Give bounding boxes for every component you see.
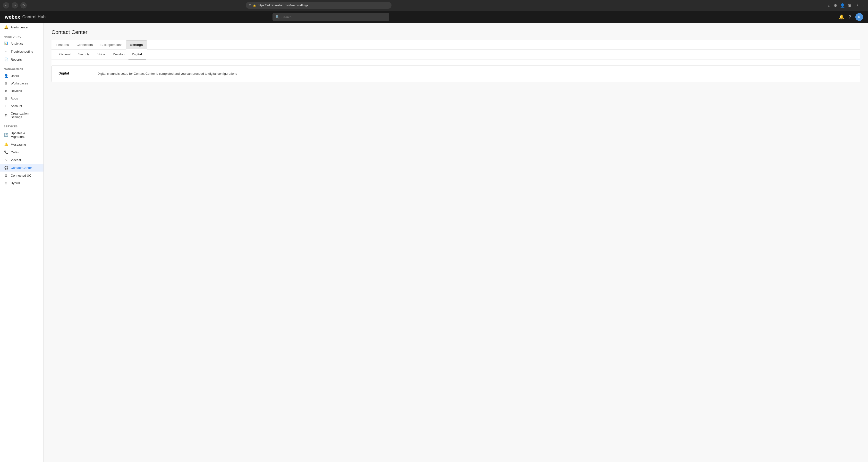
forward-button[interactable]: → (12, 2, 18, 8)
apps-icon: ⊞ (4, 97, 8, 100)
extensions-icon[interactable]: ⚙ (834, 3, 837, 8)
lock-icon: 🔒 (253, 4, 256, 7)
sidebar-label-vidcast: Vidcast (11, 158, 21, 162)
app-header: webex Control Hub 🔍 🔔 ? P (0, 11, 868, 23)
settings-tab-security[interactable]: Security (74, 50, 93, 60)
sidebar-item-org-settings[interactable]: ⚙ Organization Settings (0, 110, 43, 121)
sidebar-label-workspaces: Workspaces (11, 81, 28, 85)
sidebar-label-account: Account (11, 104, 22, 108)
sidebar-item-connected-uc[interactable]: 🖥 Connected UC (0, 171, 43, 179)
tab-settings[interactable]: Settings (126, 40, 147, 50)
connected-uc-icon: 🖥 (4, 173, 8, 177)
vidcast-icon: ▷ (4, 158, 8, 162)
profile-icon[interactable]: 👤 (840, 3, 845, 8)
troubleshooting-icon: 〰 (4, 49, 8, 54)
top-tabs-row: Features Connectors Bulk operations Sett… (52, 40, 860, 50)
sidebar-label-alerts-center: Alerts center (11, 26, 28, 29)
sidebar-section-services: SERVICES (0, 121, 43, 129)
sidebar-item-workspaces[interactable]: ⊞ Workspaces (0, 79, 43, 87)
sidebar-item-troubleshooting[interactable]: 〰 Troubleshooting (0, 47, 43, 56)
org-settings-icon: ⚙ (4, 113, 8, 117)
avatar[interactable]: P (856, 13, 863, 21)
page-title: Contact Center (52, 29, 860, 35)
tab-features[interactable]: Features (53, 40, 73, 50)
digital-description: Digital channels setup for Contact Cente… (97, 71, 237, 76)
messaging-icon: 🔔 (4, 142, 8, 146)
content-area: Contact Center Features Connectors Bulk … (44, 23, 868, 462)
main-layout: 🔔 Alerts center MONITORING 📊 Analytics 〰… (0, 23, 868, 462)
sidebar-item-apps[interactable]: ⊞ Apps (0, 95, 43, 102)
users-icon: 👤 (4, 74, 8, 78)
sidebar-label-troubleshooting: Troubleshooting (11, 50, 33, 54)
app-container: webex Control Hub 🔍 🔔 ? P 🔔 Alerts cente… (0, 11, 868, 462)
sidebar-item-contact-center[interactable]: 🎧 Contact Center (0, 164, 43, 171)
updates-icon: 🔄 (4, 133, 8, 137)
sidebar-item-reports[interactable]: 📄 Reports (0, 56, 43, 63)
sidebar-item-vidcast[interactable]: ▷ Vidcast (0, 156, 43, 164)
settings-tab-desktop[interactable]: Desktop (109, 50, 128, 60)
settings-content: General Security Voice Desktop Digital D… (52, 50, 860, 82)
workspaces-icon: ⊞ (4, 81, 8, 85)
browser-bar: ← → ↻ 🛡 🔒 https://admin.webex.com/wxcc/s… (0, 0, 868, 11)
shield-icon: 🛡 (249, 4, 251, 7)
sidebar-label-updates-migrations: Updates & Migrations (11, 131, 39, 138)
sidebar-item-users[interactable]: 👤 Users (0, 72, 43, 79)
help-icon[interactable]: ? (848, 14, 851, 20)
url-text: https://admin.webex.com/wxcc/settings (258, 4, 308, 7)
reload-button[interactable]: ↻ (21, 2, 27, 8)
contact-center-icon: 🎧 (4, 166, 8, 170)
sidebar-section-monitoring: MONITORING (0, 31, 43, 39)
sidebar-item-messaging[interactable]: 🔔 Messaging (0, 140, 43, 148)
back-button[interactable]: ← (3, 2, 9, 8)
settings-tab-digital[interactable]: Digital (128, 50, 146, 60)
notifications-icon[interactable]: 🔔 (839, 14, 844, 20)
sidebar-label-messaging: Messaging (11, 143, 26, 146)
hybrid-icon: ⊞ (4, 181, 8, 185)
sidebar-item-analytics[interactable]: 📊 Analytics (0, 39, 43, 47)
sidebar-label-devices: Devices (11, 89, 22, 93)
sidebar: 🔔 Alerts center MONITORING 📊 Analytics 〰… (0, 23, 44, 462)
menu-icon[interactable]: ⋮ (861, 3, 865, 8)
settings-tab-general[interactable]: General (55, 50, 74, 60)
digital-label: Digital (59, 71, 88, 75)
search-bar[interactable]: 🔍 (273, 13, 389, 21)
tab-connectors[interactable]: Connectors (73, 40, 96, 50)
bookmark-icon[interactable]: ☆ (828, 3, 831, 8)
address-bar[interactable]: 🛡 🔒 https://admin.webex.com/wxcc/setting… (246, 2, 392, 9)
reports-icon: 📄 (4, 58, 8, 61)
account-icon: ⊞ (4, 104, 8, 108)
sidebar-label-calling: Calling (11, 151, 21, 154)
sidebar-label-hybrid: Hybrid (11, 181, 20, 185)
sidebar-item-account[interactable]: ⊞ Account (0, 102, 43, 110)
app-logo: webex Control Hub (5, 14, 46, 20)
settings-tab-voice[interactable]: Voice (93, 50, 109, 60)
sidebar-label-contact-center: Contact Center (11, 166, 32, 170)
search-icon: 🔍 (275, 15, 280, 19)
security-icon[interactable]: 🛡 (855, 3, 858, 7)
settings-tabs-row: General Security Voice Desktop Digital (52, 50, 860, 60)
logo-hub: Control Hub (22, 14, 46, 20)
search-input[interactable] (281, 15, 386, 19)
sidebar-label-reports: Reports (11, 58, 22, 61)
sidebar-label-apps: Apps (11, 97, 18, 100)
sidebar-label-analytics: Analytics (11, 42, 23, 45)
tab-bulk-operations[interactable]: Bulk operations (97, 40, 126, 50)
sidebar-item-calling[interactable]: 📞 Calling (0, 148, 43, 156)
sidebar-item-devices[interactable]: 🖥 Devices (0, 87, 43, 95)
tab-manager-icon[interactable]: ▣ (848, 3, 851, 8)
bell-icon: 🔔 (4, 25, 8, 29)
sidebar-label-users: Users (11, 74, 19, 78)
browser-actions: ☆ ⚙ 👤 ▣ 🛡 ⋮ (828, 3, 865, 8)
header-right-icons: 🔔 ? P (839, 13, 863, 21)
sidebar-item-alerts-center[interactable]: 🔔 Alerts center (0, 23, 43, 31)
digital-section: Digital Digital channels setup for Conta… (52, 65, 860, 82)
logo-webex: webex (5, 14, 21, 20)
sidebar-item-hybrid[interactable]: ⊞ Hybrid (0, 179, 43, 187)
devices-icon: 🖥 (4, 89, 8, 93)
analytics-icon: 📊 (4, 41, 8, 45)
sidebar-item-updates-migrations[interactable]: 🔄 Updates & Migrations (0, 129, 43, 140)
sidebar-label-org-settings: Organization Settings (11, 111, 39, 119)
sidebar-section-management: MANAGEMENT (0, 63, 43, 72)
calling-icon: 📞 (4, 150, 8, 154)
sidebar-label-connected-uc: Connected UC (11, 174, 31, 177)
